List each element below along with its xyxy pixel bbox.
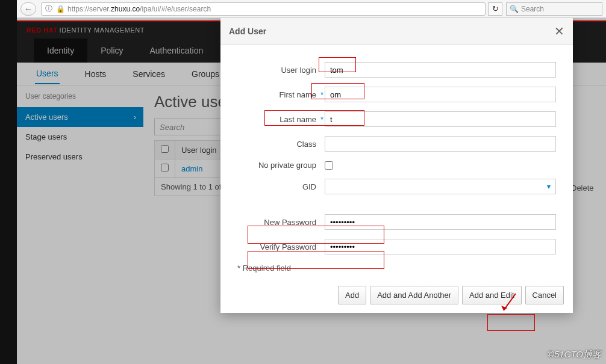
lock-icon: 🔒 (56, 5, 65, 13)
refresh-button[interactable]: ↻ (488, 2, 502, 16)
modal-title: Add User (229, 26, 266, 36)
checkbox-no-private-group[interactable] (325, 161, 333, 170)
modal-body: User login First name* Last name* Class … (220, 45, 573, 280)
add-user-modal: Add User ✕ User login First name* Last n… (220, 18, 573, 313)
modal-header: Add User ✕ (220, 18, 573, 45)
modal-footer: Add Add and Add Another Add and Edit Can… (220, 280, 573, 313)
input-user-login[interactable] (325, 62, 556, 78)
cancel-button[interactable]: Cancel (525, 286, 564, 304)
watermark: ©51CTO博客 (548, 349, 601, 360)
label-gid: GID (237, 182, 325, 191)
input-verify-password[interactable] (325, 239, 556, 254)
input-first-name[interactable] (325, 87, 556, 102)
url-bar[interactable]: ⓘ 🔒 https://server.zhuxu.co/ipa/ui/#/e/u… (41, 2, 486, 16)
info-icon: ⓘ (45, 4, 52, 14)
add-button[interactable]: Add (338, 286, 366, 304)
browser-search[interactable]: 🔍 Search (506, 2, 602, 16)
select-gid[interactable]: ▾ (325, 179, 556, 194)
search-icon: 🔍 (510, 5, 519, 13)
browser-search-placeholder: Search (521, 5, 544, 13)
back-button[interactable]: ← (20, 2, 36, 16)
required-note: * Required field (237, 264, 556, 273)
add-and-add-another-button[interactable]: Add and Add Another (370, 286, 458, 304)
input-class[interactable] (325, 136, 556, 152)
browser-bar: ← ⓘ 🔒 https://server.zhuxu.co/ipa/ui/#/e… (17, 0, 606, 18)
label-class: Class (237, 140, 325, 149)
close-icon[interactable]: ✕ (554, 24, 564, 39)
label-user-login: User login (237, 66, 325, 75)
arrow-annotation (499, 292, 519, 316)
label-new-password: New Password (237, 218, 325, 227)
label-last-name: Last name* (237, 115, 325, 124)
url-text: https://server.zhuxu.co/ipa/ui/#/e/user/… (67, 5, 211, 13)
label-no-private-group: No private group (237, 161, 325, 170)
label-verify-password: Verify Password (237, 242, 325, 251)
left-margin-strip (0, 0, 17, 364)
input-new-password[interactable] (325, 214, 556, 230)
input-last-name[interactable] (325, 111, 556, 127)
chevron-down-icon: ▾ (547, 182, 551, 191)
label-first-name: First name* (237, 90, 325, 99)
